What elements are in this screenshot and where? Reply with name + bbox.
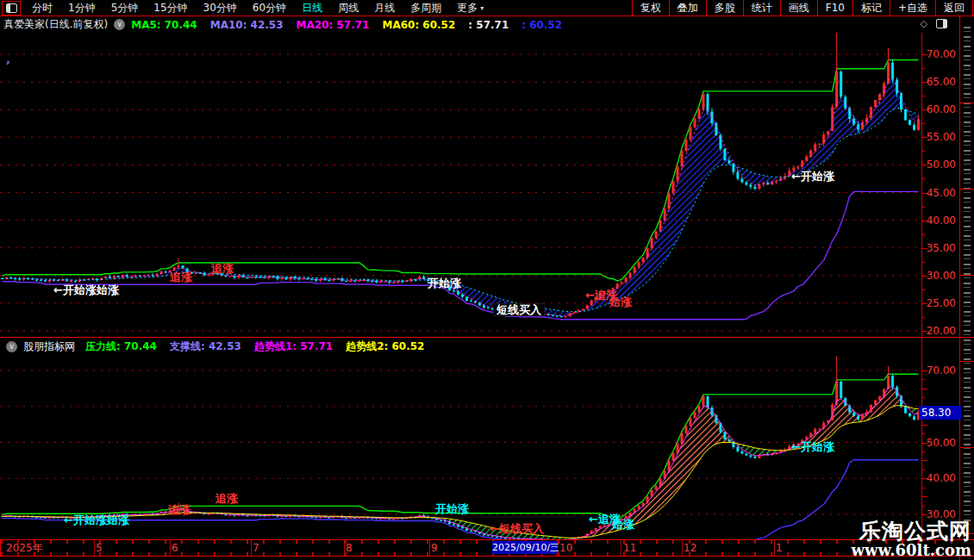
tab-15分钟[interactable]: 15分钟 (146, 1, 195, 16)
date-label: 1 (776, 542, 783, 554)
price-tick-label: 30.00 (924, 270, 956, 282)
main-chart-canvas[interactable] (0, 33, 921, 337)
month-divider (621, 540, 621, 556)
pane-toggle-icon[interactable] (936, 19, 947, 28)
date-ticks-bottom (1, 552, 960, 556)
axis-separator-line (921, 33, 922, 539)
sidebar-vertical-text-texture (964, 27, 971, 526)
price-tick-label: 50.00 (924, 159, 956, 171)
chart-header: 真爱美家(日线.前复权) ∨ MA5: 70.44MA10: 42.53MA20… (0, 16, 959, 33)
button-+自选[interactable]: +自选 (890, 0, 936, 16)
tab-日线[interactable]: 日线 (294, 1, 330, 16)
tab-60分钟[interactable]: 60分钟 (245, 1, 294, 16)
tick-mark (921, 248, 927, 249)
tab-分时[interactable]: 分时 (24, 1, 60, 16)
pane-divider (0, 337, 974, 338)
toolbar-buttons: 复权叠加多股统计画线F10标记+自选返回 (632, 0, 973, 16)
ma-values: MA5: 70.44MA10: 42.53MA20: 57.71MA60: 60… (131, 19, 562, 31)
tick-mark (921, 425, 927, 426)
indicator-field: 压力线: 70.44 (85, 339, 157, 354)
tick-mark (921, 478, 927, 479)
price-tick-label: 65.00 (924, 76, 956, 88)
date-ticks-top (1, 540, 960, 544)
tab-月线[interactable]: 月线 (366, 1, 403, 16)
date-label: 6 (172, 542, 178, 554)
sidebar-separator-line (959, 16, 960, 560)
chevron-down-icon[interactable]: ∨ (114, 19, 125, 30)
sidebar-divider (960, 189, 974, 190)
indicator-field: 趋势线1: 57.71 (254, 339, 333, 354)
button-标记[interactable]: 标记 (853, 0, 890, 16)
toolbar-tabs: 分时1分钟5分钟15分钟30分钟60分钟日线周线月线多周期更多▾ (24, 1, 484, 16)
button-F10[interactable]: F10 (818, 0, 853, 16)
sidebar-divider (960, 103, 974, 103)
ma-value: : 57.71 (468, 19, 509, 31)
indicator-values: 压力线: 70.44支撑线: 42.53趋势线1: 57.71趋势线2: 60.… (85, 339, 424, 354)
watermark-site-name: 乐淘公式网 (852, 520, 971, 543)
ma-value: MA10: 42.53 (210, 19, 284, 31)
chevron-down-icon-2[interactable]: ∨ (6, 341, 17, 352)
price-tick-label: 35.00 (924, 242, 956, 254)
price-tick-label: 70.00 (924, 364, 956, 376)
diamond-icon[interactable]: ◇ (921, 19, 927, 28)
watermark: 乐淘公式网 www.60lt.com (852, 520, 971, 558)
month-divider (170, 540, 171, 556)
app-window: 分时1分钟5分钟15分钟30分钟60分钟日线周线月线多周期更多▾ 复权叠加多股统… (0, 0, 974, 560)
tick-mark (921, 137, 927, 138)
current-date-badge: 2025/09/10/三 (492, 541, 558, 554)
tick-mark (921, 370, 927, 371)
ma-value: MA5: 70.44 (131, 19, 197, 31)
tick-mark (921, 443, 927, 444)
tick-mark (921, 54, 927, 55)
tick-mark (921, 303, 927, 304)
tick-mark (921, 221, 927, 221)
button-返回[interactable]: 返回 (936, 0, 973, 16)
indicator-chart-canvas[interactable] (0, 354, 921, 539)
tick-mark (921, 389, 927, 389)
more-arrow-icon: ▾ (480, 4, 484, 12)
button-统计[interactable]: 统计 (744, 0, 781, 16)
split-pane-icon (6, 3, 17, 13)
tick-mark (921, 514, 927, 515)
tick-mark (921, 193, 927, 194)
tick-mark (921, 331, 927, 332)
button-复权[interactable]: 复权 (633, 0, 670, 16)
button-画线[interactable]: 画线 (781, 0, 818, 16)
month-divider (774, 540, 775, 556)
button-叠加[interactable]: 叠加 (670, 0, 707, 16)
tab-周线[interactable]: 周线 (330, 1, 366, 16)
date-label: 10 (559, 542, 572, 554)
tick-mark (921, 496, 927, 497)
tab-多周期[interactable]: 多周期 (403, 1, 449, 16)
date-axis[interactable]: 2025年567891011121 2025/09/10/三 (0, 539, 974, 557)
button-多股[interactable]: 多股 (707, 0, 744, 16)
date-label: 9 (431, 542, 438, 554)
sidebar-divider (960, 275, 974, 276)
tab-1分钟[interactable]: 1分钟 (60, 1, 103, 16)
layout-icon-box[interactable] (2, 1, 21, 16)
price-tick-label: 40.00 (924, 215, 956, 227)
current-price-badge: 58.30 (919, 406, 961, 420)
sidebar-divider (960, 447, 974, 448)
price-tick-label: 60.00 (924, 103, 956, 115)
tick-mark (921, 109, 927, 110)
indicator-field: 支撑线: 42.53 (170, 339, 241, 354)
date-label: 5 (96, 542, 103, 554)
ma-value: MA20: 57.71 (297, 19, 370, 31)
month-divider (682, 540, 683, 556)
tab-5分钟[interactable]: 5分钟 (103, 1, 147, 16)
date-label: 2025年 (6, 542, 43, 554)
price-tick-label: 50.00 (924, 437, 956, 449)
indicator-field: 趋势线2: 60.52 (346, 339, 424, 354)
symbol-title: 真爱美家(日线.前复权) (3, 17, 108, 32)
price-tick-label: 40.00 (924, 472, 956, 484)
indicator-header: ∨ 股朋指标网 压力线: 70.44支撑线: 42.53趋势线1: 57.71趋… (0, 339, 921, 354)
right-sidebar-strip[interactable] (960, 16, 974, 560)
tab-30分钟[interactable]: 30分钟 (196, 1, 245, 16)
month-divider (94, 540, 95, 556)
price-tick-label: 20.00 (924, 325, 956, 337)
date-label: 12 (684, 542, 696, 554)
price-tick-label: 70.00 (924, 48, 956, 60)
price-tick-label: 55.00 (924, 131, 956, 143)
header-right-icons: ◇ (921, 19, 947, 28)
